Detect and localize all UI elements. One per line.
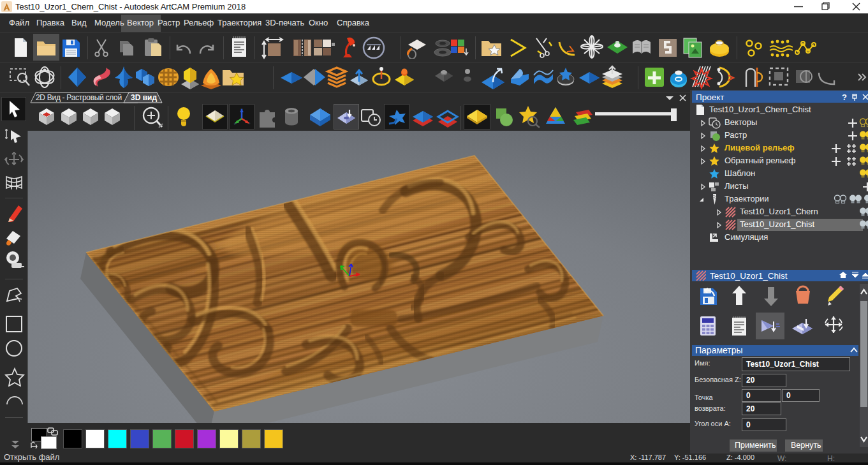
svg-text:?: ? xyxy=(842,92,847,101)
